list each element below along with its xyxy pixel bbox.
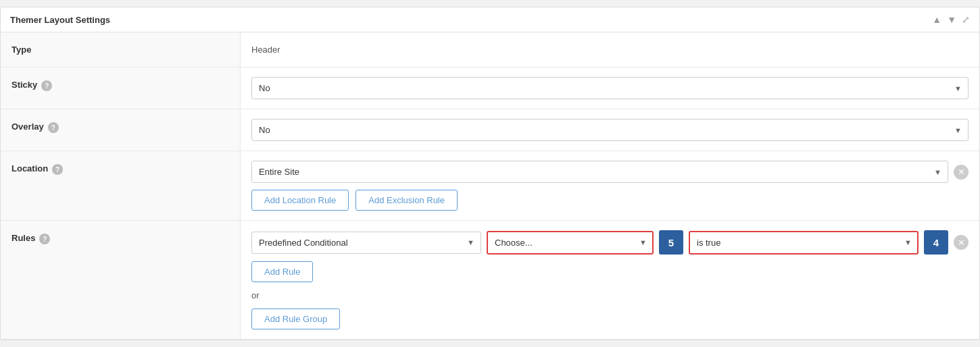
sticky-content: No Yes ▼ [241, 68, 979, 109]
rules-row: Rules ? Predefined Conditional Custom Us… [1, 221, 979, 340]
rules-content: Predefined Conditional Custom User Role … [241, 221, 979, 339]
location-row: Location ? Entire Site Homepage Blog Arc… [1, 151, 979, 221]
rules-help-icon[interactable]: ? [39, 234, 50, 244]
rule-badge-5: 5 [659, 230, 683, 255]
location-content: Entire Site Homepage Blog Archive ▼ ✕ Ad… [241, 151, 979, 220]
add-location-rule-button[interactable]: Add Location Rule [251, 190, 349, 211]
overlay-label: Overlay [11, 122, 44, 132]
add-exclusion-rule-button[interactable]: Add Exclusion Rule [356, 190, 458, 211]
panel: Themer Layout Settings ▲ ▼ ⤢ Type Header… [0, 7, 980, 340]
add-rule-button[interactable]: Add Rule [251, 261, 313, 282]
add-rule-button-row: Add Rule [251, 261, 969, 282]
rule-badge-4: 4 [924, 230, 948, 255]
overlay-help-icon[interactable]: ? [48, 122, 59, 133]
rule-condition-select[interactable]: is true is false [689, 231, 918, 255]
overlay-label-cell: Overlay ? [1, 109, 241, 151]
detach-icon[interactable]: ⤢ [962, 14, 970, 25]
location-select-wrapper: Entire Site Homepage Blog Archive ▼ [251, 161, 948, 183]
expand-icon[interactable]: ▼ [947, 14, 956, 25]
rules-label-cell: Rules ? [1, 221, 241, 339]
sticky-select-wrapper: No Yes ▼ [251, 77, 969, 99]
panel-header: Themer Layout Settings ▲ ▼ ⤢ [1, 7, 979, 32]
rule-type-select-wrapper: Predefined Conditional Custom User Role … [251, 232, 481, 254]
location-remove-button[interactable]: ✕ [954, 165, 969, 180]
or-separator: or [251, 289, 969, 302]
rule-type-select[interactable]: Predefined Conditional Custom User Role [251, 232, 481, 254]
overlay-select-wrapper: No Yes ▼ [251, 119, 969, 141]
panel-title: Themer Layout Settings [10, 15, 110, 25]
rule-condition-select-wrapper: is true is false ▼ [689, 231, 918, 255]
add-rule-group-button[interactable]: Add Rule Group [251, 309, 340, 329]
sticky-row: Sticky ? No Yes ▼ [1, 68, 979, 109]
location-select-row: Entire Site Homepage Blog Archive ▼ ✕ [251, 161, 969, 183]
type-row: Type Header [1, 32, 979, 68]
location-buttons-row: Add Location Rule Add Exclusion Rule [251, 190, 969, 211]
location-help-icon[interactable]: ? [52, 164, 63, 175]
collapse-icon[interactable]: ▲ [932, 14, 941, 25]
sticky-label: Sticky [11, 80, 37, 90]
rule-remove-button[interactable]: ✕ [954, 235, 969, 250]
add-rule-group-button-row: Add Rule Group [251, 309, 969, 329]
rule-value-select-wrapper: Choose... Option 1 Option 2 ▼ [487, 231, 654, 255]
rule-controls-row: Predefined Conditional Custom User Role … [251, 230, 969, 255]
overlay-row: Overlay ? No Yes ▼ [1, 109, 979, 151]
location-label: Location [11, 163, 48, 174]
location-label-cell: Location ? [1, 151, 241, 220]
location-select[interactable]: Entire Site Homepage Blog Archive [251, 161, 948, 183]
type-label-cell: Type [1, 32, 241, 67]
type-content: Header [241, 32, 979, 67]
rules-label: Rules [11, 233, 35, 243]
panel-body: Type Header Sticky ? No Yes ▼ [1, 32, 979, 340]
sticky-help-icon[interactable]: ? [41, 80, 52, 91]
panel-controls: ▲ ▼ ⤢ [932, 14, 970, 25]
type-label: Type [11, 45, 31, 55]
type-value: Header [251, 42, 969, 57]
rule-value-select[interactable]: Choose... Option 1 Option 2 [487, 231, 654, 255]
sticky-select[interactable]: No Yes [251, 77, 969, 99]
overlay-select[interactable]: No Yes [251, 119, 969, 141]
sticky-label-cell: Sticky ? [1, 68, 241, 109]
overlay-content: No Yes ▼ [241, 109, 979, 151]
